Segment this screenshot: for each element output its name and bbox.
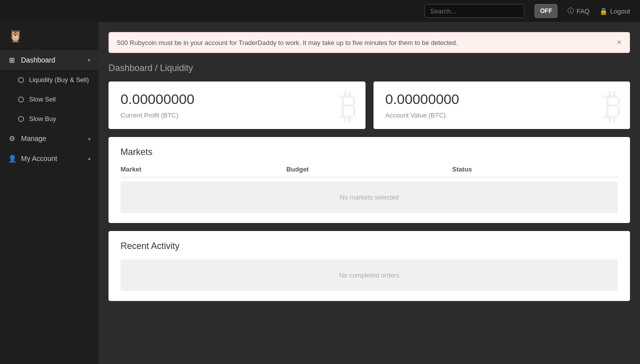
alert-close-button[interactable]: × bbox=[617, 38, 622, 46]
sidebar-item-slow-buy-label: Slow Buy bbox=[29, 115, 56, 122]
sidebar: 🦉 ⊞ Dashboard ▾ Liquidity (Buy & Sell) S… bbox=[0, 22, 98, 364]
logout-link[interactable]: 🔒 Logout bbox=[600, 8, 630, 15]
toggle-button[interactable]: OFF bbox=[534, 4, 558, 18]
bitcoin-icon-account: ₿ bbox=[604, 88, 622, 124]
chevron-left-icon-account: ◂ bbox=[88, 156, 90, 162]
circle-icon-slow-sell bbox=[18, 96, 24, 102]
breadcrumb-current: Liquidity bbox=[160, 63, 193, 73]
activity-panel: Recent Activity No completed orders bbox=[108, 231, 630, 301]
chevron-down-icon: ▾ bbox=[88, 57, 90, 64]
markets-table-header: Market Budget Status bbox=[120, 166, 618, 178]
user-icon: 👤 bbox=[8, 154, 16, 162]
alert-banner: 500 Rubycoin must be in your account for… bbox=[108, 32, 630, 53]
circle-icon-liquidity bbox=[18, 77, 24, 83]
current-profit-card: 0.00000000 Current Profit (BTC) ₿ bbox=[108, 82, 366, 129]
sidebar-item-dashboard-label: Dashboard bbox=[21, 56, 56, 64]
markets-title: Markets bbox=[120, 147, 618, 158]
markets-panel: Markets Market Budget Status No markets … bbox=[108, 137, 630, 223]
current-profit-label: Current Profit (BTC) bbox=[120, 112, 354, 119]
sidebar-item-slow-sell[interactable]: Slow Sell bbox=[0, 90, 98, 109]
col-budget: Budget bbox=[286, 166, 452, 173]
activity-title: Recent Activity bbox=[120, 241, 618, 252]
markets-empty-message: No markets selected bbox=[340, 194, 399, 201]
markets-empty-row: No markets selected bbox=[120, 182, 618, 213]
current-profit-value: 0.00000000 bbox=[120, 92, 354, 108]
col-market: Market bbox=[120, 166, 286, 173]
faq-label: FAQ bbox=[576, 8, 590, 15]
account-value-label: Account Value (BTC) bbox=[386, 112, 618, 119]
sidebar-item-manage-label: Manage bbox=[21, 134, 46, 142]
cards-row: 0.00000000 Current Profit (BTC) ₿ 0.0000… bbox=[108, 82, 630, 129]
search-input[interactable] bbox=[424, 4, 524, 18]
content-area: 500 Rubycoin must be in your account for… bbox=[98, 22, 640, 364]
col-status: Status bbox=[452, 166, 618, 173]
chevron-left-icon-manage: ◂ bbox=[88, 136, 90, 142]
breadcrumb: Dashboard / Liquidity bbox=[108, 63, 630, 74]
logout-label: Logout bbox=[610, 8, 630, 15]
sidebar-item-slow-buy[interactable]: Slow Buy bbox=[0, 109, 98, 128]
activity-empty-message: No completed orders bbox=[339, 272, 400, 279]
sidebar-item-slow-sell-label: Slow Sell bbox=[29, 96, 56, 103]
circle-icon-slow-buy bbox=[18, 116, 24, 122]
faq-link[interactable]: ⓘ FAQ bbox=[568, 6, 590, 16]
sidebar-item-manage[interactable]: ⚙ Manage ◂ bbox=[0, 128, 98, 148]
account-value-card: 0.00000000 Account Value (BTC) ₿ bbox=[374, 82, 630, 129]
lock-icon: 🔒 bbox=[600, 8, 608, 15]
alert-message: 500 Rubycoin must be in your account for… bbox=[117, 39, 458, 46]
sidebar-item-liquidity-label: Liquidity (Buy & Sell) bbox=[29, 76, 89, 84]
account-value-value: 0.00000000 bbox=[386, 92, 618, 108]
breadcrumb-separator: / bbox=[152, 63, 160, 73]
top-header: OFF ⓘ FAQ 🔒 Logout bbox=[0, 0, 640, 22]
sidebar-item-my-account-label: My Account bbox=[21, 154, 57, 162]
sidebar-item-liquidity[interactable]: Liquidity (Buy & Sell) bbox=[0, 70, 98, 90]
breadcrumb-parent: Dashboard bbox=[108, 63, 152, 73]
toggle-label: OFF bbox=[540, 8, 552, 14]
sidebar-item-dashboard[interactable]: ⊞ Dashboard ▾ bbox=[0, 50, 98, 70]
sidebar-item-my-account[interactable]: 👤 My Account ◂ bbox=[0, 148, 98, 168]
main-layout: 🦉 ⊞ Dashboard ▾ Liquidity (Buy & Sell) S… bbox=[0, 22, 640, 364]
sidebar-logo: 🦉 bbox=[0, 22, 98, 50]
bitcoin-icon-profit: ₿ bbox=[340, 88, 358, 124]
faq-icon: ⓘ bbox=[568, 6, 574, 16]
grid-icon: ⊞ bbox=[8, 56, 16, 64]
activity-empty-row: No completed orders bbox=[120, 260, 618, 291]
gear-icon: ⚙ bbox=[8, 134, 16, 142]
owl-icon: 🦉 bbox=[8, 29, 23, 43]
